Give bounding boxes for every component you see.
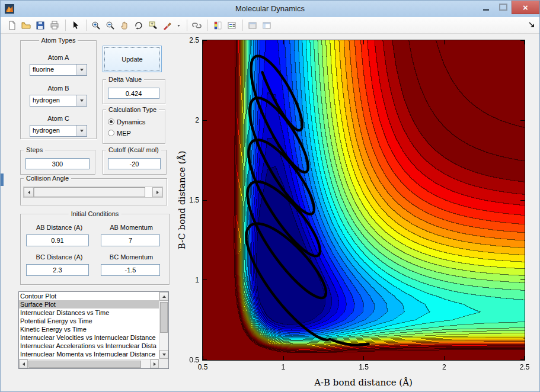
ab-momentum-label: AB Momentum	[100, 224, 163, 231]
radio-dynamics[interactable]: Dynamics	[108, 117, 145, 126]
insert-colorbar-icon[interactable]	[211, 19, 224, 32]
bc-distance-label: BC Distance (A)	[27, 253, 92, 261]
list-item[interactable]: Potential Energy vs Time	[19, 317, 159, 325]
bc-momentum-field[interactable]	[101, 264, 160, 276]
bc-distance-field[interactable]	[26, 264, 89, 276]
dock-figure-icon[interactable]	[528, 21, 536, 29]
atom-b-label: Atom B	[21, 85, 96, 92]
chevron-down-icon[interactable]	[76, 95, 87, 106]
window-controls: ×	[477, 1, 539, 14]
cutoff-field[interactable]	[108, 158, 161, 169]
radio-icon	[108, 118, 114, 125]
toolbar-separator	[242, 20, 243, 31]
minimize-button[interactable]	[477, 1, 494, 14]
slider-thumb[interactable]	[34, 187, 145, 197]
slider-track[interactable]	[145, 187, 152, 197]
list-item[interactable]: Contour Plot	[19, 292, 159, 300]
panel-title: Collision Angle	[24, 175, 71, 182]
figure-toolbar	[1, 17, 539, 34]
slider-left-arrow-icon[interactable]	[24, 187, 34, 197]
y-tick-label: 0.5	[181, 356, 199, 364]
x-tick-label: 1	[271, 363, 295, 371]
list-horizontal-scrollbar[interactable]	[19, 359, 159, 368]
steps-field[interactable]	[25, 158, 90, 169]
zoom-in-icon[interactable]	[90, 19, 103, 32]
link-plot-icon[interactable]	[190, 19, 203, 32]
x-axis-label: A-B bond distance (Å)	[314, 377, 413, 388]
window-title: Molecular Dynamics	[1, 1, 539, 17]
panel-collision-angle: Collision Angle	[20, 178, 167, 205]
print-icon[interactable]	[48, 19, 61, 32]
y-tick-label: 2	[181, 116, 199, 124]
edit-plot-icon[interactable]	[69, 19, 82, 32]
panel-title: Calculation Type	[106, 106, 159, 113]
list-vertical-scrollbar[interactable]	[159, 292, 168, 359]
insert-legend-icon[interactable]	[225, 19, 238, 32]
maximize-icon	[499, 4, 507, 11]
scroll-up-icon[interactable]	[159, 292, 168, 301]
list-item[interactable]: Kinetic Energy vs Time	[19, 325, 159, 333]
list-item[interactable]: Surface Plot	[19, 300, 159, 309]
brush-menu-arrow-icon[interactable]	[175, 19, 183, 32]
scroll-left-icon[interactable]	[19, 359, 28, 368]
panel-atom-types: Atom Types Atom A fluorine Atom B hydrog…	[20, 40, 97, 139]
titlebar: Molecular Dynamics ×	[1, 1, 539, 18]
open-folder-icon[interactable]	[20, 19, 33, 32]
delta-value-field[interactable]	[108, 88, 159, 99]
panel-delta-value: Delta Value	[103, 79, 165, 104]
new-document-icon[interactable]	[5, 19, 18, 32]
pan-icon[interactable]	[118, 19, 131, 32]
plot-type-list: Contour PlotSurface PlotInternuclear Dis…	[19, 292, 159, 359]
list-item[interactable]: Internuclear Momenta vs Internuclear Dis…	[19, 350, 159, 358]
combo-atom-b[interactable]: hydrogen	[30, 95, 87, 107]
panel-title: Cutoff (Kcal/ mol)	[106, 146, 161, 153]
chevron-down-icon[interactable]	[76, 65, 87, 75]
hide-plot-tools-icon[interactable]	[246, 19, 259, 32]
maximize-button[interactable]	[494, 1, 512, 14]
atom-c-label: Atom C	[21, 115, 96, 122]
combo-atom-a[interactable]: fluorine	[30, 64, 87, 76]
list-item[interactable]: Internuclear Velocities vs Internuclear …	[19, 333, 159, 342]
vertical-scrollbar-thumb[interactable]	[160, 302, 168, 333]
brush-icon[interactable]	[161, 19, 174, 32]
horizontal-scrollbar-thumb[interactable]	[28, 361, 141, 368]
rotate-3d-icon[interactable]	[132, 19, 145, 32]
x-tick-label: 0.5	[191, 363, 215, 371]
combo-atom-a-value: fluorine	[33, 66, 54, 73]
scrollbar-corner	[159, 359, 168, 368]
panel-calculation-type: Calculation Type Dynamics MEP	[103, 110, 165, 144]
list-item[interactable]: Internuclear Accelerations vs Internucle…	[19, 342, 159, 350]
show-plot-tools-icon[interactable]	[260, 19, 273, 32]
ab-distance-field[interactable]	[26, 234, 89, 246]
collision-angle-slider[interactable]	[23, 187, 163, 198]
slider-right-arrow-icon[interactable]	[152, 187, 162, 197]
list-item[interactable]: Internuclear Distances vs Time	[19, 309, 159, 317]
screen-edge-artifact	[1, 173, 4, 186]
x-tick-label: 2	[432, 363, 456, 371]
radio-mep[interactable]: MEP	[108, 128, 131, 137]
zoom-out-icon[interactable]	[104, 19, 117, 32]
combo-atom-c[interactable]: hydrogen	[30, 125, 87, 137]
y-tick-label: 1	[181, 276, 199, 284]
plot-type-listbox[interactable]: Contour PlotSurface PlotInternuclear Dis…	[18, 291, 169, 369]
chevron-down-icon[interactable]	[76, 126, 87, 136]
panel-cutoff: Cutoff (Kcal/ mol)	[103, 150, 167, 175]
app-window: Molecular Dynamics × Atom Types Atom A f…	[0, 0, 540, 392]
combo-atom-c-value: hydrogen	[33, 127, 60, 134]
radio-icon	[108, 130, 114, 136]
panel-title: Atom Types	[39, 37, 78, 44]
data-cursor-icon[interactable]	[146, 19, 159, 32]
panel-initial-conditions: Initial Conditions AB Distance (A) AB Mo…	[20, 214, 170, 285]
update-button[interactable]: Update	[103, 46, 162, 72]
scroll-down-icon[interactable]	[159, 350, 168, 359]
radio-mep-label: MEP	[117, 130, 131, 137]
scroll-right-icon[interactable]	[150, 359, 159, 368]
x-tick-label: 1.5	[352, 363, 376, 371]
save-icon[interactable]	[34, 19, 47, 32]
close-button[interactable]: ×	[512, 1, 539, 14]
ab-momentum-field[interactable]	[101, 234, 160, 246]
toolbar-separator	[65, 20, 66, 31]
pes-contour-canvas[interactable]	[203, 40, 525, 360]
toolbar-separator	[207, 20, 208, 31]
pes-plot-axes[interactable]	[202, 40, 525, 361]
